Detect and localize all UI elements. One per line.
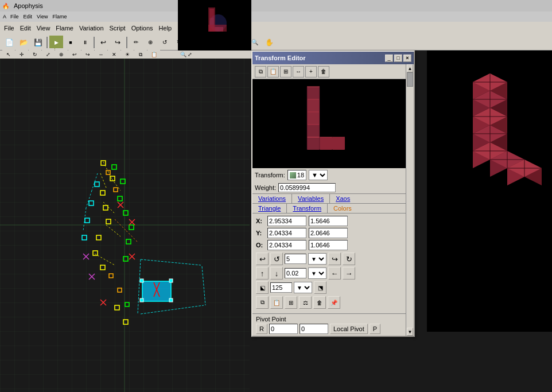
o-input1[interactable] xyxy=(267,240,306,250)
fractal-canvas[interactable] xyxy=(0,59,250,392)
tab-transform[interactable]: Transform xyxy=(287,204,328,213)
menu-flame2[interactable]: Flame xyxy=(53,25,76,32)
te-link-btn[interactable]: ⊞ xyxy=(280,66,291,77)
tab-variables[interactable]: Variables xyxy=(292,194,330,203)
svg-rect-50 xyxy=(140,298,143,302)
weight-label: Weight: xyxy=(255,184,276,191)
stop-btn[interactable]: ■ xyxy=(64,36,77,49)
local-pivot-btn[interactable]: Local Pivot xyxy=(330,324,368,334)
menu-file2[interactable]: File xyxy=(1,25,17,32)
rotate-step-input[interactable] xyxy=(285,254,306,264)
preview-zoom-btn[interactable]: 🔍 xyxy=(180,52,186,57)
te-close-btn[interactable]: × xyxy=(403,55,411,62)
te-paste-btn[interactable]: 📋 xyxy=(267,66,279,77)
menu-help[interactable]: Help xyxy=(156,25,175,32)
tab-colors[interactable]: Colors xyxy=(328,204,357,213)
transform-dropdown[interactable]: ▼ xyxy=(309,170,328,180)
action-btn6[interactable]: 📌 xyxy=(328,296,340,309)
preview-svg xyxy=(178,0,251,51)
svg-rect-78 xyxy=(307,125,320,137)
canvas-svg xyxy=(0,59,250,392)
te-add-btn[interactable]: + xyxy=(305,66,317,77)
move-step-input[interactable] xyxy=(285,268,306,278)
tab-variations[interactable]: Variations xyxy=(252,194,292,203)
rotate-left-btn[interactable]: ↺ xyxy=(158,36,172,49)
rotate-ccw-btn[interactable]: ↩ xyxy=(256,253,269,265)
move-right-btn[interactable]: → xyxy=(343,267,355,280)
undo-btn[interactable]: ↩ xyxy=(96,36,110,49)
editor-btn[interactable]: ✏ xyxy=(129,36,143,49)
weight-row: Weight: xyxy=(252,182,414,193)
pan-btn[interactable]: ✋ xyxy=(262,36,276,49)
action-btn2[interactable]: 📋 xyxy=(270,296,283,309)
rotate-cw-btn[interactable]: ↪ xyxy=(328,253,341,265)
te-flip-btn[interactable]: ↔ xyxy=(293,66,304,77)
save-btn[interactable]: 💾 xyxy=(31,36,45,49)
svg-rect-79 xyxy=(320,137,332,150)
rotate-step-select[interactable]: ▼ xyxy=(308,253,326,265)
scroll-down-btn[interactable]: ▼ xyxy=(407,328,413,336)
rotate-ccw2-btn[interactable]: ↺ xyxy=(270,253,283,265)
move-down-btn[interactable]: ↓ xyxy=(270,267,283,280)
redo-btn[interactable]: ↪ xyxy=(111,36,125,49)
render-btn[interactable]: ▶ xyxy=(49,36,63,49)
action-btn4[interactable]: ⚖ xyxy=(299,296,312,309)
new-btn[interactable]: 📄 xyxy=(2,36,16,49)
move-left-btn[interactable]: ← xyxy=(328,267,341,280)
pivot-x-input[interactable] xyxy=(269,324,298,334)
te-copy-btn[interactable]: ⧉ xyxy=(255,66,266,77)
menu-script[interactable]: Script xyxy=(107,25,129,32)
te-restore-btn[interactable]: □ xyxy=(394,55,402,62)
scale-up-btn[interactable]: ⬔ xyxy=(314,281,326,294)
tab-xaos[interactable]: Xaos xyxy=(330,194,356,203)
transform-btn[interactable]: ⊕ xyxy=(143,36,157,49)
pause-btn[interactable]: ⏸ xyxy=(78,36,92,49)
move-up-btn[interactable]: ↑ xyxy=(256,267,269,280)
menu-edit[interactable]: Edit xyxy=(21,14,35,20)
scale-down-btn[interactable]: ⬕ xyxy=(256,281,269,294)
action-btn5[interactable]: 🗑 xyxy=(313,296,326,309)
y-row: Y: xyxy=(256,228,410,238)
weight-input[interactable] xyxy=(278,183,336,192)
app-icon: 🔥 xyxy=(2,3,9,9)
menu-view2[interactable]: View xyxy=(34,25,53,32)
scale-step-select[interactable]: ▼ xyxy=(294,282,312,293)
open-btn[interactable]: 📂 xyxy=(17,36,30,49)
preview-fit-btn[interactable]: ⤢ xyxy=(188,52,192,57)
action-btn1[interactable]: ⧉ xyxy=(256,296,269,309)
pivot-y-input[interactable] xyxy=(300,324,328,334)
svg-rect-77 xyxy=(307,112,320,125)
scroll-thumb[interactable] xyxy=(407,72,413,87)
move-step-select[interactable]: ▼ xyxy=(308,267,326,279)
action-btn3[interactable]: ⊞ xyxy=(285,296,297,309)
te-del-btn[interactable]: 🗑 xyxy=(318,66,329,77)
x-input2[interactable] xyxy=(309,216,348,226)
tab-triangle[interactable]: Triangle xyxy=(252,204,287,213)
scroll-up-btn[interactable]: ▲ xyxy=(407,64,413,72)
x-input1[interactable] xyxy=(267,216,306,226)
menu-edit2[interactable]: Edit xyxy=(17,25,34,32)
menu-file[interactable]: File xyxy=(8,14,21,20)
3d-preview-svg xyxy=(427,51,552,332)
y-input2[interactable] xyxy=(309,228,348,238)
menu-flame[interactable]: Flame xyxy=(50,14,69,20)
te-titlebar: Transform Editor _ □ × xyxy=(252,52,414,64)
pivot-reset-btn[interactable]: R xyxy=(256,324,267,334)
te-minimize-btn[interactable]: _ xyxy=(385,55,393,62)
scale-step-input[interactable] xyxy=(270,282,292,293)
te-preview-svg xyxy=(252,79,408,168)
y-input1[interactable] xyxy=(267,228,306,238)
svg-rect-81 xyxy=(307,137,320,150)
o-input2[interactable] xyxy=(309,240,348,250)
x-row: X: xyxy=(256,216,410,226)
menu-view[interactable]: View xyxy=(34,14,50,20)
menu-variation[interactable]: Variation xyxy=(76,25,107,32)
svg-rect-49 xyxy=(169,279,173,282)
pivot-p-btn[interactable]: P xyxy=(370,324,380,334)
preview-image xyxy=(178,0,251,51)
te-scrollbar[interactable]: ▲ ▼ xyxy=(406,64,414,336)
rotate-cw2-btn[interactable]: ↻ xyxy=(343,253,355,265)
x-label: X: xyxy=(256,218,265,224)
svg-rect-80 xyxy=(332,137,345,150)
menu-options[interactable]: Options xyxy=(129,25,156,32)
